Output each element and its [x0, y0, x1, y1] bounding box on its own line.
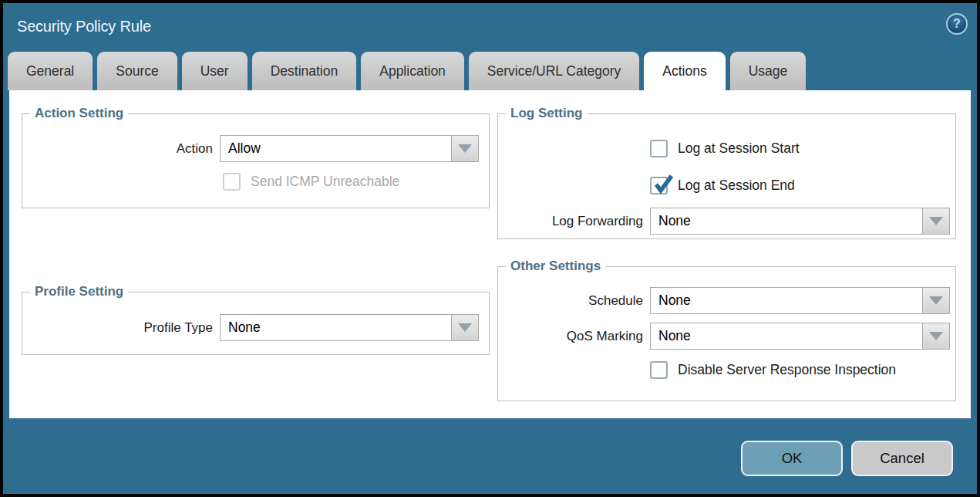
tab-label: Usage	[749, 63, 788, 79]
profile-setting-legend: Profile Setting	[30, 284, 128, 299]
log-at-session-end-checkbox[interactable]	[650, 177, 668, 194]
action-row: Action Allow	[22, 135, 489, 162]
profile-setting-group: Profile Setting Profile Type None	[22, 292, 490, 355]
action-setting-legend: Action Setting	[30, 106, 128, 121]
security-policy-rule-dialog: Security Policy Rule ? General Source Us…	[0, 0, 980, 497]
tab-application[interactable]: Application	[361, 52, 464, 90]
dialog-titlebar: Security Policy Rule ?	[3, 3, 977, 52]
chevron-down-icon	[929, 217, 943, 225]
chevron-down-icon	[929, 296, 943, 305]
other-settings-group: Other Settings Schedule None QoS Marking…	[497, 266, 956, 401]
log-forwarding-label: Log Forwarding	[498, 214, 650, 229]
profile-type-dropdown[interactable]: None	[220, 314, 479, 341]
tab-label: Application	[379, 63, 446, 79]
other-settings-legend: Other Settings	[506, 259, 605, 274]
disable-sri-row: Disable Server Response Inspection	[650, 361, 896, 379]
schedule-dropdown-button[interactable]	[922, 288, 949, 313]
log-forwarding-dropdown-button[interactable]	[922, 208, 949, 234]
qos-marking-dropdown[interactable]: None	[650, 323, 950, 350]
profile-type-label: Profile Type	[22, 320, 220, 336]
schedule-label: Schedule	[498, 293, 650, 309]
tab-destination[interactable]: Destination	[252, 52, 357, 90]
tab-service-url-category[interactable]: Service/URL Category	[469, 52, 639, 90]
question-mark-glyph: ?	[953, 17, 961, 31]
checkmark-icon	[652, 173, 675, 196]
qos-marking-label: QoS Marking	[498, 329, 650, 344]
action-label: Action	[22, 141, 220, 157]
content-panel: Action Setting Action Allow Send ICMP Un…	[9, 90, 971, 418]
profile-type-dropdown-value: None	[221, 315, 451, 340]
qos-marking-dropdown-button[interactable]	[922, 323, 949, 349]
tab-user[interactable]: User	[182, 52, 248, 90]
log-setting-group: Log Setting Log at Session Start Log at …	[497, 113, 956, 239]
action-dropdown-button[interactable]	[451, 136, 478, 161]
chevron-down-icon	[929, 332, 943, 340]
tab-label: User	[200, 63, 229, 79]
log-session-end-row: Log at Session End	[650, 177, 795, 194]
log-at-session-end-label: Log at Session End	[678, 178, 795, 194]
tab-actions[interactable]: Actions	[644, 52, 725, 90]
send-icmp-unreachable-label: Send ICMP Unreachable	[251, 174, 399, 190]
qos-marking-dropdown-value: None	[651, 323, 922, 349]
profile-type-row: Profile Type None	[22, 314, 489, 341]
tab-label: Service/URL Category	[487, 63, 621, 79]
log-forwarding-row: Log Forwarding None	[498, 208, 955, 235]
send-icmp-unreachable-checkbox[interactable]	[223, 173, 241, 191]
qos-marking-row: QoS Marking None	[498, 323, 955, 350]
help-icon[interactable]: ?	[946, 13, 968, 35]
log-session-start-row: Log at Session Start	[650, 140, 800, 157]
tab-general[interactable]: General	[8, 52, 93, 90]
log-at-session-start-checkbox[interactable]	[650, 140, 668, 157]
dialog-footer: OK Cancel	[3, 418, 977, 494]
profile-type-dropdown-button[interactable]	[451, 315, 478, 340]
cancel-button[interactable]: Cancel	[851, 441, 953, 476]
action-dropdown-value: Allow	[221, 136, 451, 161]
send-icmp-unreachable-row: Send ICMP Unreachable	[223, 173, 399, 191]
dialog-title: Security Policy Rule	[17, 18, 151, 36]
ok-button[interactable]: OK	[741, 441, 843, 476]
action-dropdown[interactable]: Allow	[220, 135, 479, 162]
chevron-down-icon	[458, 144, 472, 153]
schedule-row: Schedule None	[498, 287, 955, 314]
log-setting-legend: Log Setting	[506, 106, 587, 121]
tab-usage[interactable]: Usage	[730, 52, 807, 90]
disable-server-response-inspection-checkbox[interactable]	[650, 361, 668, 379]
log-at-session-start-label: Log at Session Start	[678, 140, 800, 157]
log-forwarding-dropdown[interactable]: None	[650, 208, 950, 235]
log-forwarding-dropdown-value: None	[651, 208, 922, 234]
disable-server-response-inspection-label: Disable Server Response Inspection	[678, 362, 896, 378]
tab-label: Actions	[662, 63, 706, 79]
tab-label: General	[26, 63, 74, 79]
chevron-down-icon	[458, 323, 472, 332]
schedule-dropdown[interactable]: None	[650, 287, 950, 314]
tab-label: Source	[116, 63, 158, 79]
action-setting-group: Action Setting Action Allow Send ICMP Un…	[22, 113, 490, 208]
schedule-dropdown-value: None	[651, 288, 922, 313]
tab-source[interactable]: Source	[97, 52, 177, 90]
tab-bar: General Source User Destination Applicat…	[3, 52, 977, 90]
tab-label: Destination	[271, 63, 338, 79]
